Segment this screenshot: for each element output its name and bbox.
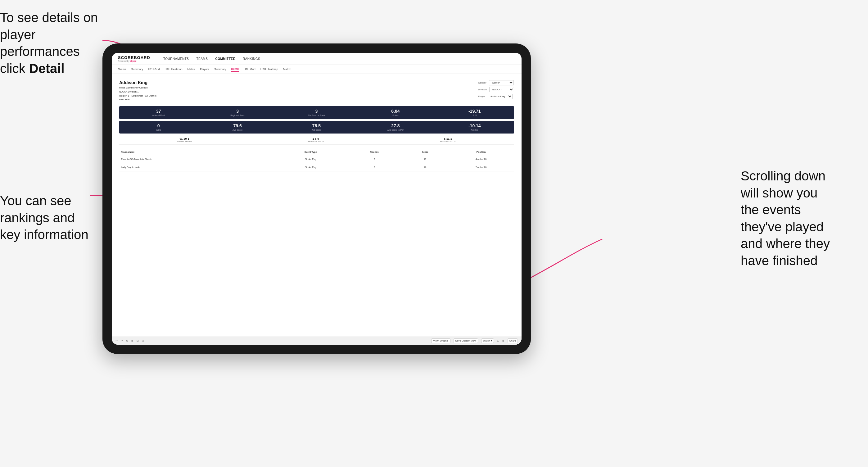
stats-row1: 37 National Rank 3 Regional Rank 3 Confe… [119, 106, 514, 119]
stat-avg-sg: -10.14 Avg SG [435, 121, 514, 133]
records-row: 91-20-1 Overall Record 1-5-0 Record vs t… [119, 135, 514, 145]
row1-tournament: Estrella CC- Mountain Classic [119, 155, 275, 163]
national-rank-label: National Rank [122, 114, 195, 117]
record-top50: 5-11-1 Record vs top 50 [440, 137, 456, 143]
logo-text: SCOREBOARD [118, 55, 150, 60]
watch-btn[interactable]: Watch ▾ [481, 338, 494, 343]
stat-sos: -19.71 SoS [435, 106, 514, 119]
player-select[interactable]: Addison King [488, 94, 513, 99]
regional-rank-label: Regional Rank [201, 114, 274, 117]
stat-adj-score: 78.5 Adj Score [277, 121, 356, 133]
subnav-matrix2[interactable]: Matrix [283, 67, 291, 71]
col-position: Position [448, 149, 514, 155]
save-custom-btn[interactable]: Save Custom View [454, 338, 478, 343]
top50-record-label: Record vs top 50 [440, 141, 456, 143]
annotation-top-left: To see details on player performances cl… [0, 9, 105, 77]
subnav-h2h-heatmap2[interactable]: H2H Heatmap [260, 67, 278, 71]
content-area[interactable]: Addison King Mesa Community College NJCA… [112, 74, 522, 337]
subnav-matrix[interactable]: Matrix [187, 67, 195, 71]
player-college: Mesa Community College [119, 86, 156, 90]
table-row: Estrella CC- Mountain Classic Stroke Pla… [119, 155, 514, 163]
avg-score-par-label: Avg Score to Par [359, 129, 432, 131]
sub-nav: Teams Summary H2H Grid H2H Heatmap Matri… [112, 65, 522, 74]
toolbar-icon4[interactable]: ◷ [142, 339, 144, 342]
stat-avg-score-par: 27.8 Avg Score to Par [356, 121, 435, 133]
stat-regional-rank: 3 Regional Rank [198, 106, 277, 119]
record-top25: 1-5-0 Record vs top 25 [307, 137, 324, 143]
player-filter-row: Player Addison King [478, 94, 514, 99]
division-select[interactable]: NJCAA I [489, 87, 514, 92]
avg-score-value: 79.6 [201, 123, 274, 128]
top25-record-label: Record vs top 25 [307, 141, 324, 143]
nav-teams[interactable]: TEAMS [195, 56, 208, 62]
tablet-frame: SCOREBOARD Powered by clippd TOURNAMENTS… [102, 43, 531, 354]
subnav-summary2[interactable]: Summary [214, 67, 226, 71]
stat-points: 6.04 Points [356, 106, 435, 119]
annotation-right: Scrolling down will show you the events … [741, 168, 865, 270]
subnav-summary[interactable]: Summary [131, 67, 144, 71]
bottom-toolbar: ↩ ↪ ⊕ ⊞ ⊟ ◷ View: Original Save Custom V… [112, 337, 522, 345]
subnav-players[interactable]: Players [200, 67, 209, 71]
conference-rank-label: Conference Rank [280, 114, 353, 117]
nav-committee[interactable]: COMMITTEE [215, 56, 236, 62]
toolbar-icon6[interactable]: ⊞ [502, 339, 504, 342]
gender-filter-row: Gender Women [478, 80, 514, 85]
row1-score: 17 [402, 155, 448, 163]
subnav-h2h-heatmap[interactable]: H2H Heatmap [165, 67, 183, 71]
toolbar-icon3[interactable]: ⊟ [136, 339, 139, 342]
row2-tournament: Lady Coyote Invite [119, 163, 275, 172]
toolbar-icon1[interactable]: ⊕ [126, 339, 128, 342]
table-row: Lady Coyote Invite Stroke Play 2 16 7 ou… [119, 163, 514, 172]
stats-row2: 0 Wins 79.6 Avg Score 78.5 Adj Score 27.… [119, 121, 514, 133]
top50-record-value: 5-11-1 [440, 137, 456, 141]
row2-score: 16 [402, 163, 448, 172]
col-tournament: Tournament [119, 149, 275, 155]
record-overall: 91-20-1 Overall Record [177, 137, 192, 143]
gender-label: Gender [478, 81, 487, 84]
player-region: Region 1 - Southwest (18) District [119, 94, 156, 98]
main-nav: TOURNAMENTS TEAMS COMMITTEE RANKINGS [163, 56, 261, 62]
nav-tournaments[interactable]: TOURNAMENTS [163, 56, 190, 62]
division-label: Division [478, 88, 487, 91]
view-original-btn[interactable]: View: Original [431, 338, 450, 343]
overall-record-label: Overall Record [177, 141, 192, 143]
player-filters: Gender Women Division NJCAA I Player [478, 80, 514, 99]
points-label: Points [359, 114, 432, 117]
subnav-detail[interactable]: Detail [231, 67, 239, 72]
sos-value: -19.71 [438, 109, 511, 114]
subnav-h2h-grid[interactable]: H2H Grid [148, 67, 160, 71]
nav-rankings[interactable]: RANKINGS [242, 56, 261, 62]
powered-by: Powered by clippd [118, 60, 136, 62]
gender-select[interactable]: Women [489, 80, 514, 85]
toolbar-icon2[interactable]: ⊞ [131, 339, 133, 342]
regional-rank-value: 3 [201, 109, 274, 114]
sos-label: SoS [438, 114, 511, 117]
national-rank-value: 37 [122, 109, 195, 114]
row1-position: 4 out of 20 [448, 155, 514, 163]
app-header: SCOREBOARD Powered by clippd TOURNAMENTS… [112, 53, 522, 65]
avg-score-label: Avg Score [201, 129, 274, 131]
row1-rounds: 2 [346, 155, 402, 163]
subnav-teams[interactable]: Teams [118, 67, 126, 71]
stat-avg-score: 79.6 Avg Score [198, 121, 277, 133]
tablet-screen: SCOREBOARD Powered by clippd TOURNAMENTS… [112, 53, 522, 345]
col-score: Score [402, 149, 448, 155]
adj-score-label: Adj Score [280, 129, 353, 131]
redo-btn[interactable]: ↪ [121, 339, 123, 342]
conference-rank-value: 3 [280, 109, 353, 114]
subnav-h2h-grid2[interactable]: H2H Grid [244, 67, 255, 71]
tournament-table: Tournament Event Type Rounds Score Posit… [119, 149, 514, 172]
table-header-row: Tournament Event Type Rounds Score Posit… [119, 149, 514, 155]
avg-sg-label: Avg SG [438, 129, 511, 131]
wins-label: Wins [122, 129, 195, 131]
annotation-bottom-left: You can see rankings and key information [0, 192, 105, 243]
stat-wins: 0 Wins [119, 121, 198, 133]
toolbar-icon5[interactable]: ☐ [497, 339, 499, 342]
avg-sg-value: -10.14 [438, 123, 511, 128]
logo-area: SCOREBOARD Powered by clippd [118, 55, 150, 62]
share-btn[interactable]: Share [507, 338, 518, 343]
row2-rounds: 2 [346, 163, 402, 172]
undo-btn[interactable]: ↩ [116, 339, 118, 342]
stat-national-rank: 37 National Rank [119, 106, 198, 119]
avg-score-par-value: 27.8 [359, 123, 432, 128]
